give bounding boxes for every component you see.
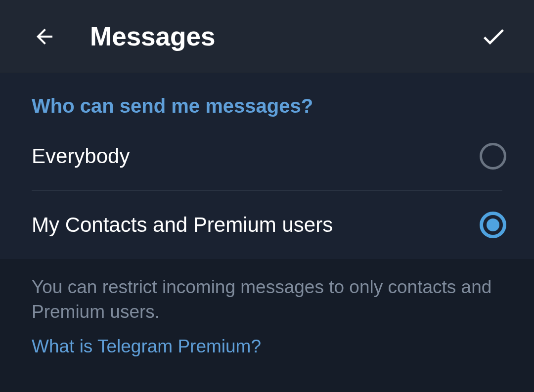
header: Messages (0, 0, 534, 73)
footer: You can restrict incoming messages to on… (0, 259, 534, 357)
back-button[interactable] (30, 22, 59, 51)
option-contacts-premium[interactable]: My Contacts and Premium users (0, 191, 534, 259)
page-title: Messages (90, 21, 479, 51)
radio-selected-icon (480, 212, 506, 238)
description-text: You can restrict incoming messages to on… (32, 275, 502, 324)
option-label: My Contacts and Premium users (32, 213, 333, 237)
check-icon (480, 23, 507, 50)
settings-section: Who can send me messages? Everybody My C… (0, 73, 534, 259)
radio-unselected-icon (480, 143, 506, 170)
option-everybody[interactable]: Everybody (0, 122, 534, 190)
option-label: Everybody (32, 144, 130, 168)
confirm-button[interactable] (479, 22, 508, 51)
section-title: Who can send me messages? (0, 95, 534, 117)
premium-info-link[interactable]: What is Telegram Premium? (32, 336, 502, 357)
arrow-left-icon (33, 25, 56, 48)
